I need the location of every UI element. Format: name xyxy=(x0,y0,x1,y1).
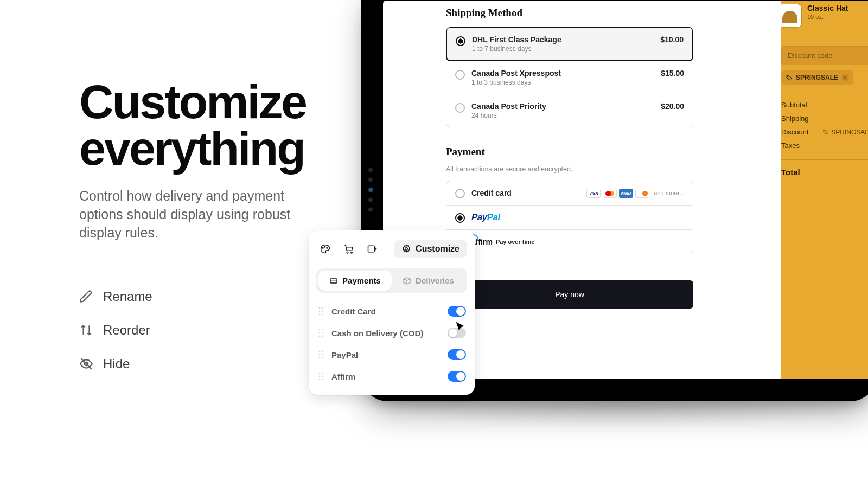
svg-point-25 xyxy=(322,354,324,356)
grip-icon xyxy=(317,329,325,337)
tab-switch: Payments Deliveries xyxy=(316,268,467,293)
paypal-logo: PayPal xyxy=(471,212,500,223)
subtotal-label: Subtotal xyxy=(781,101,807,109)
shipping-name: Canada Post Priority xyxy=(471,102,654,111)
layout-button[interactable] xyxy=(363,238,381,260)
payment-methods-list: Credit Card Cash on Delivery (COD) PayPa… xyxy=(316,300,467,387)
cursor-icon xyxy=(455,321,467,333)
svg-point-22 xyxy=(319,351,321,352)
svg-point-11 xyxy=(322,307,324,309)
shipping-desc: 24 hours xyxy=(471,112,654,119)
method-row-affirm[interactable]: Affirm xyxy=(316,365,467,387)
svg-point-3 xyxy=(324,246,326,247)
payment-title: Payment xyxy=(446,146,693,158)
grip-icon xyxy=(317,372,325,381)
shipping-desc: 1 to 7 business days xyxy=(472,45,654,53)
svg-point-33 xyxy=(322,379,324,381)
svg-point-4 xyxy=(327,248,328,249)
customize-panel: Customize Payments Deliveries Credit Car… xyxy=(309,230,475,395)
feature-reorder-label: Reorder xyxy=(103,323,150,338)
tab-payments[interactable]: Payments xyxy=(318,271,392,291)
eye-off-icon xyxy=(79,357,93,371)
svg-point-32 xyxy=(319,379,321,381)
method-row-cod[interactable]: Cash on Delivery (COD) xyxy=(316,322,467,344)
shipping-price: $10.00 xyxy=(660,35,684,44)
shipping-option-xpresspost[interactable]: Canada Post Xpresspost 1 to 3 business d… xyxy=(446,61,693,94)
svg-point-1 xyxy=(788,76,788,76)
tab-deliveries[interactable]: Deliveries xyxy=(392,271,465,291)
shipping-name: Canada Post Xpresspost xyxy=(471,69,654,78)
svg-point-16 xyxy=(319,329,321,331)
payment-option-paypal[interactable]: PayPal xyxy=(446,205,693,229)
shipping-option-priority[interactable]: Canada Post Priority 24 hours $20.00 xyxy=(446,94,693,127)
left-divider xyxy=(40,0,40,402)
payment-option-credit[interactable]: Credit card VISA AMEX and more... xyxy=(446,181,693,205)
tag-icon xyxy=(822,129,829,136)
svg-rect-7 xyxy=(368,246,375,252)
customize-label: Customize xyxy=(416,244,459,254)
affirm-logo: affirm Pay over time xyxy=(471,237,534,246)
product-name: Classic Hat xyxy=(807,4,848,12)
discount-input[interactable]: Discount code xyxy=(781,46,868,65)
product-thumb xyxy=(781,4,802,28)
tag-icon xyxy=(786,74,793,81)
feature-rename: Rename xyxy=(79,289,152,304)
svg-point-26 xyxy=(319,357,321,359)
tablet-camera-dots xyxy=(368,168,373,212)
feature-list: Rename Reorder Hide xyxy=(79,289,152,371)
product-size: 10 oz. xyxy=(807,14,848,20)
palette-icon xyxy=(320,243,330,254)
card-icon xyxy=(329,277,338,285)
cart-icon xyxy=(343,243,354,254)
settings-icon xyxy=(401,244,411,254)
svg-point-10 xyxy=(319,307,321,309)
amex-icon: AMEX xyxy=(619,189,633,198)
method-row-credit[interactable]: Credit Card xyxy=(316,300,467,322)
svg-point-28 xyxy=(319,373,321,374)
svg-point-2 xyxy=(322,248,323,249)
discover-icon xyxy=(635,189,649,198)
box-icon xyxy=(403,277,411,285)
svg-point-6 xyxy=(350,252,352,253)
card-icons: VISA AMEX and more... xyxy=(586,189,684,198)
remove-discount-icon[interactable]: × xyxy=(841,74,849,81)
radio-icon xyxy=(455,70,465,80)
svg-point-8 xyxy=(405,248,408,251)
reorder-icon xyxy=(79,323,93,337)
method-toggle[interactable] xyxy=(448,349,466,360)
pay-now-button[interactable]: Pay now xyxy=(446,280,693,309)
method-toggle[interactable] xyxy=(448,371,466,382)
feature-hide: Hide xyxy=(79,356,152,371)
payment-note: All transactions are secure and encrypte… xyxy=(446,165,693,173)
feature-rename-label: Rename xyxy=(103,289,152,304)
mastercard-icon xyxy=(603,189,617,198)
shipping-name: DHL First Class Package xyxy=(472,35,654,44)
svg-point-17 xyxy=(322,329,324,331)
method-toggle[interactable] xyxy=(448,306,466,317)
method-row-paypal[interactable]: PayPal xyxy=(316,344,467,365)
customize-button[interactable]: Customize xyxy=(394,240,467,258)
payment-option-affirm[interactable]: affirm Pay over time xyxy=(446,229,693,254)
shipping-price: $15.00 xyxy=(661,69,684,78)
radio-icon xyxy=(455,103,465,113)
hero-title-line2: everything xyxy=(79,121,304,175)
method-label: Cash on Delivery (COD) xyxy=(331,329,441,338)
theme-button[interactable] xyxy=(316,238,334,260)
cart-button[interactable] xyxy=(340,238,358,260)
shipping-option-dhl[interactable]: DHL First Class Package 1 to 7 business … xyxy=(446,27,693,61)
shipping-desc: 1 to 3 business days xyxy=(471,79,654,86)
hero-title: Customize everything xyxy=(79,79,306,172)
radio-icon xyxy=(455,189,465,198)
feature-reorder: Reorder xyxy=(79,323,152,338)
payment-label: Credit card xyxy=(471,189,580,197)
discount-tag: SPRINGSALE xyxy=(822,128,868,136)
taxes-label: Taxes xyxy=(781,142,800,150)
method-label: PayPal xyxy=(331,350,441,359)
discount-chip[interactable]: SPRINGSALE × xyxy=(781,70,853,85)
svg-point-20 xyxy=(319,336,321,337)
radio-icon xyxy=(455,213,465,223)
total-label: Total xyxy=(781,168,800,177)
svg-point-21 xyxy=(322,336,324,337)
svg-point-29 xyxy=(322,373,324,374)
svg-point-18 xyxy=(319,332,321,334)
